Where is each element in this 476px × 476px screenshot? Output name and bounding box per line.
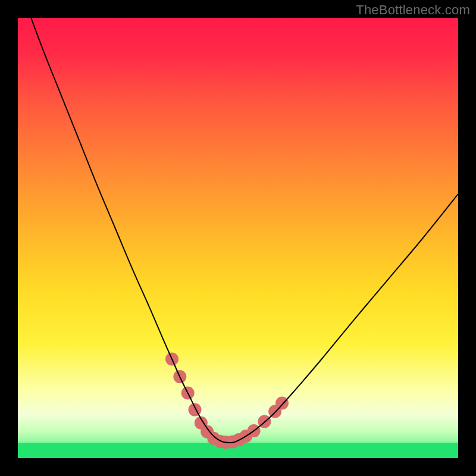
curve-marker <box>275 397 289 410</box>
chart-stage: TheBottleneck.com <box>0 0 476 476</box>
watermark-text: TheBottleneck.com <box>356 2 470 18</box>
plot-svg <box>18 18 458 458</box>
plot-area <box>18 18 458 458</box>
curve-marker <box>188 403 201 416</box>
gradient-backdrop <box>18 18 458 458</box>
